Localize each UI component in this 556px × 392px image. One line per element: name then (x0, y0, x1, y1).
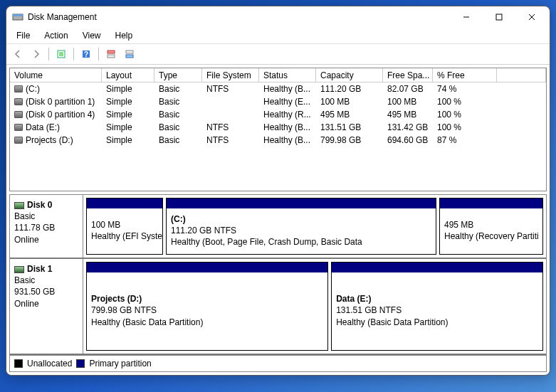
col-layout[interactable]: Layout (102, 68, 154, 82)
view-bottom-button[interactable] (121, 46, 138, 62)
back-button[interactable] (9, 46, 26, 62)
legend-swatch-primary (76, 359, 85, 368)
col-freespace[interactable]: Free Spa... (383, 68, 433, 82)
toolbar-separator (48, 48, 49, 60)
drive-icon (14, 98, 23, 105)
volume-capacity: 131.51 GB (316, 122, 383, 132)
partition[interactable]: Data (E:) 131.51 GB NTFS Healthy (Basic … (331, 262, 543, 351)
partition-header (332, 263, 542, 272)
partition-status: Healthy (EFI Syste (91, 231, 158, 242)
disk-info[interactable]: Disk 0 Basic 111.78 GB Online (10, 195, 83, 258)
svg-rect-11 (107, 55, 115, 58)
volume-layout: Simple (102, 110, 154, 120)
volume-row[interactable]: (Disk 0 partition 1) Simple Basic Health… (10, 95, 546, 108)
partition[interactable]: (C:) 111.20 GB NTFS Healthy (Boot, Page … (166, 198, 436, 255)
partition-size: 131.51 GB NTFS (336, 304, 538, 316)
maximize-button[interactable] (483, 6, 515, 28)
toolbar: ? (6, 44, 550, 65)
volume-row[interactable]: (C:) Simple Basic NTFS Healthy (B... 111… (10, 83, 546, 95)
toolbar-separator (98, 48, 99, 60)
volume-pct: 100 % (433, 122, 497, 132)
volume-layout: Simple (102, 84, 154, 94)
drive-icon (14, 85, 23, 92)
minimize-button[interactable] (450, 6, 483, 28)
volume-row[interactable]: Data (E:) Simple Basic NTFS Healthy (B..… (10, 121, 546, 134)
volume-type: Basic (154, 84, 202, 94)
volume-capacity: 495 MB (316, 110, 383, 120)
partition-header (87, 198, 162, 208)
disk-partitions: Projects (D:) 799.98 GB NTFS Healthy (Ba… (83, 259, 546, 354)
window-controls (450, 6, 548, 28)
disk-info[interactable]: Disk 1 Basic 931.50 GB Online (10, 259, 83, 354)
col-capacity[interactable]: Capacity (316, 68, 383, 82)
partition-header (167, 198, 436, 208)
volume-name: (Disk 0 partition 1) (26, 97, 95, 107)
col-type[interactable]: Type (154, 68, 202, 82)
menu-help[interactable]: Help (108, 29, 140, 42)
legend-label-primary: Primary partition (89, 359, 151, 369)
volume-fs: NTFS (202, 84, 259, 94)
disk-state: Online (14, 298, 78, 309)
drive-icon (14, 124, 23, 131)
disk-graphical-view: Disk 0 Basic 111.78 GB Online 100 MB Hea… (9, 194, 547, 372)
partition[interactable]: 100 MB Healthy (EFI Syste (86, 198, 163, 255)
volume-type: Basic (154, 110, 202, 120)
volume-type: Basic (154, 122, 202, 132)
disk-icon (14, 202, 24, 209)
volume-name: Data (E:) (26, 122, 60, 132)
col-status[interactable]: Status (259, 68, 316, 82)
volume-row[interactable]: Projects (D:) Simple Basic NTFS Healthy … (10, 134, 546, 147)
partition-status: Healthy (Recovery Partiti (444, 231, 538, 242)
col-filesystem[interactable]: File System (202, 68, 259, 82)
partition-status: Healthy (Boot, Page File, Crash Dump, Ba… (171, 236, 431, 248)
disk-icon (14, 266, 24, 273)
menu-view[interactable]: View (75, 29, 108, 42)
volume-capacity: 100 MB (316, 97, 383, 107)
disk-row[interactable]: Disk 0 Basic 111.78 GB Online 100 MB Hea… (10, 195, 546, 259)
disk-name: Disk 0 (27, 200, 52, 210)
col-pctfree[interactable]: % Free (433, 68, 497, 82)
partition[interactable]: 495 MB Healthy (Recovery Partiti (439, 198, 543, 255)
volume-row[interactable]: (Disk 0 partition 4) Simple Basic Health… (10, 108, 546, 121)
col-spacer (497, 68, 546, 82)
menubar: File Action View Help (6, 28, 550, 44)
refresh-button[interactable] (53, 46, 70, 62)
partition-title: Projects (D:) (91, 293, 323, 304)
volume-free: 131.42 GB (383, 122, 433, 132)
menu-action[interactable]: Action (37, 29, 75, 42)
titlebar[interactable]: Disk Management (6, 6, 550, 28)
content-area: Volume Layout Type File System Status Ca… (6, 65, 550, 375)
partition-title: (C:) (171, 213, 431, 225)
legend: Unallocated Primary partition (10, 355, 546, 371)
volume-free: 100 MB (383, 97, 433, 107)
volume-layout: Simple (102, 135, 154, 145)
volume-layout: Simple (102, 122, 154, 132)
volume-list[interactable]: Volume Layout Type File System Status Ca… (9, 68, 547, 191)
volume-type: Basic (154, 97, 202, 107)
partition-header (440, 198, 542, 208)
view-top-button[interactable] (103, 46, 120, 62)
partition-status: Healthy (Basic Data Partition) (336, 317, 538, 328)
partition-title: Data (E:) (336, 293, 538, 304)
drive-icon (14, 111, 23, 118)
forward-button[interactable] (28, 46, 45, 62)
volume-name: Projects (D:) (26, 135, 73, 145)
volume-header-row: Volume Layout Type File System Status Ca… (10, 68, 546, 83)
partition-size: 495 MB (444, 219, 538, 231)
volume-free: 495 MB (383, 110, 433, 120)
disk-state: Online (14, 234, 78, 245)
legend-swatch-unallocated (14, 359, 23, 368)
close-button[interactable] (515, 6, 548, 28)
partition[interactable]: Projects (D:) 799.98 GB NTFS Healthy (Ba… (86, 262, 328, 351)
volume-capacity: 799.98 GB (316, 135, 383, 145)
svg-rect-12 (126, 51, 133, 53)
drive-icon (14, 137, 23, 144)
svg-text:?: ? (84, 51, 88, 58)
col-volume[interactable]: Volume (10, 68, 102, 82)
help-button[interactable]: ? (78, 46, 95, 62)
app-icon (12, 11, 23, 23)
menu-file[interactable]: File (9, 29, 37, 42)
disk-row[interactable]: Disk 1 Basic 931.50 GB Online Projects (… (10, 259, 546, 355)
volume-layout: Simple (102, 97, 154, 107)
volume-status: Healthy (R... (259, 110, 316, 120)
